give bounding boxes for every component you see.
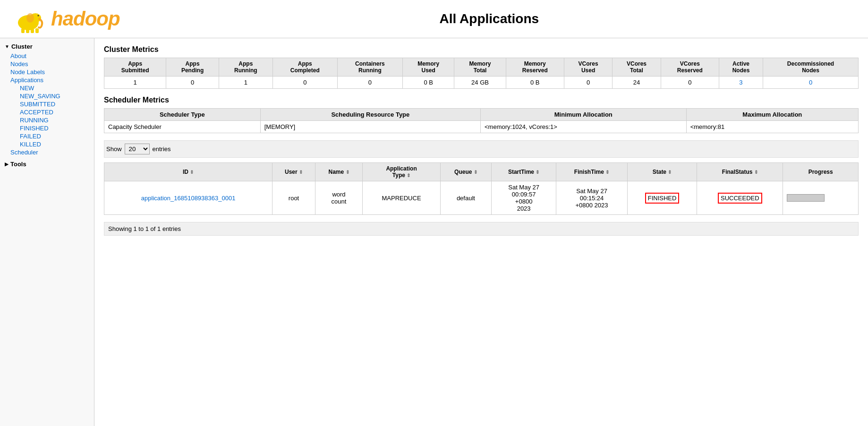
val-memory-reserved: 0 B [506,77,564,89]
finishtime-sort-icon: ⇕ [605,170,609,175]
col-progress: Progress [783,163,859,181]
col-decommissioned-nodes: DecommissionedNodes [763,58,859,77]
sidebar-item-failed[interactable]: FAILED [20,133,89,140]
sidebar-item-killed[interactable]: KILLED [20,141,89,148]
queue-sort-icon: ⇕ [474,170,477,175]
sidebar-item-accepted[interactable]: ACCEPTED [20,109,89,116]
col-apps-pending: AppsPending [166,58,219,77]
svg-point-4 [26,13,34,23]
name-sort-icon: ⇕ [346,170,349,175]
val-apps-pending: 0 [166,77,219,89]
app-start-time: Sat May 2700:09:57+08002023 [491,181,556,215]
col-final-status[interactable]: FinalStatus ⇕ [697,163,783,181]
col-memory-used: MemoryUsed [403,58,454,77]
cluster-metrics-row: 1 0 1 0 0 0 B 24 GB 0 B 0 24 0 3 0 [104,77,859,89]
app-id: application_1685108938363_0001 [104,181,272,215]
col-start-time[interactable]: StartTime ⇕ [491,163,556,181]
col-active-nodes: ActiveNodes [719,58,763,77]
val-memory-used: 0 B [403,77,454,89]
app-finish-time: Sat May 2700:15:24+0800 2023 [556,181,628,215]
sidebar-item-submitted[interactable]: SUBMITTED [20,101,89,108]
finalstatus-sort-icon: ⇕ [754,170,758,175]
logo-area: hadoop [9,5,120,33]
app-name: wordcount [315,181,362,215]
cluster-metrics-table: AppsSubmitted AppsPending AppsRunning Ap… [104,58,859,89]
val-decommissioned-nodes: 0 [763,77,859,89]
col-state[interactable]: State ⇕ [627,163,697,181]
id-sort-icon: ⇕ [190,170,194,175]
val-apps-running: 1 [219,77,272,89]
col-memory-total: MemoryTotal [454,58,506,77]
col-minimum-allocation: Minimum Allocation [480,109,686,121]
sidebar-item-scheduler[interactable]: Scheduler [10,149,89,156]
val-maximum-allocation: <memory:81 [686,121,858,133]
col-name[interactable]: Name ⇕ [315,163,362,181]
col-id[interactable]: ID ⇕ [104,163,272,181]
col-vcores-used: VCoresUsed [564,58,612,77]
application-row: application_1685108938363_0001 root word… [104,181,859,215]
cluster-label: Cluster [11,43,33,50]
cluster-metrics-title: Cluster Metrics [104,45,859,54]
svg-rect-8 [35,28,39,33]
col-memory-reserved: MemoryReserved [506,58,564,77]
val-vcores-used: 0 [564,77,612,89]
page-title: All Applications [120,11,859,26]
applications-table: ID ⇕ User ⇕ Name ⇕ ApplicationType ⇕ Que… [104,162,859,215]
col-finish-time[interactable]: FinishTime ⇕ [556,163,628,181]
show-label: Show [106,145,122,153]
app-progress [783,181,859,215]
col-apps-submitted: AppsSubmitted [104,58,166,77]
main-content: Cluster Metrics AppsSubmitted AppsPendin… [94,38,868,426]
entries-select[interactable]: 10 20 50 100 [125,144,150,154]
sidebar: Cluster About Nodes Node Labels Applicat… [0,38,94,426]
col-containers-running: ContainersRunning [337,58,402,77]
scheduler-metrics-table: Scheduler Type Scheduling Resource Type … [104,108,859,133]
state-badge: FINISHED [645,193,680,204]
sidebar-item-node-labels[interactable]: Node Labels [10,68,89,76]
col-apps-completed: AppsCompleted [272,58,337,77]
sidebar-item-running[interactable]: RUNNING [20,117,89,124]
val-apps-completed: 0 [272,77,337,89]
starttime-sort-icon: ⇕ [536,170,539,175]
val-containers-running: 0 [337,77,402,89]
app-final-status: SUCCEEDED [697,181,783,215]
tools-label: Tools [10,161,26,168]
val-scheduling-resource-type: [MEMORY] [260,121,480,133]
decommissioned-nodes-link[interactable]: 0 [809,79,812,86]
sidebar-item-nodes[interactable]: Nodes [10,60,89,68]
col-apps-running: AppsRunning [219,58,272,77]
col-maximum-allocation: Maximum Allocation [686,109,858,121]
sidebar-item-finished[interactable]: FINISHED [20,125,89,132]
svg-point-3 [38,15,39,17]
col-scheduling-resource-type: Scheduling Resource Type [260,109,480,121]
user-sort-icon: ⇕ [299,170,303,175]
col-user[interactable]: User ⇕ [272,163,315,181]
progress-bar [787,194,825,202]
hadoop-elephant-logo [9,5,47,33]
sidebar-item-about[interactable]: About [10,52,89,60]
svg-rect-7 [31,29,34,33]
application-state-links: NEW NEW_SAVING SUBMITTED ACCEPTED RUNNIN… [10,85,89,148]
app-user: root [272,181,315,215]
val-memory-total: 24 GB [454,77,506,89]
col-vcores-reserved: VCoresReserved [661,58,719,77]
active-nodes-link[interactable]: 3 [739,79,742,86]
showing-entries-footer: Showing 1 to 1 of 1 entries [104,222,859,236]
svg-rect-6 [26,29,29,33]
col-scheduler-type: Scheduler Type [104,109,261,121]
tools-section-header[interactable]: Tools [5,161,89,168]
col-vcores-total: VCoresTotal [613,58,661,77]
col-queue[interactable]: Queue ⇕ [440,163,491,181]
sidebar-item-new[interactable]: NEW [20,85,89,92]
sidebar-item-applications[interactable]: Applications [10,77,89,84]
app-type: MAPREDUCE [363,181,441,215]
app-id-link[interactable]: application_1685108938363_0001 [141,195,236,202]
sidebar-item-new-saving[interactable]: NEW_SAVING [20,93,89,100]
scheduler-metrics-title: Scheduler Metrics [104,96,859,104]
col-application-type[interactable]: ApplicationType ⇕ [363,163,441,181]
val-active-nodes: 3 [719,77,763,89]
app-state: FINISHED [627,181,697,215]
hadoop-logo-text: hadoop [51,8,120,30]
val-minimum-allocation: <memory:1024, vCores:1> [480,121,686,133]
cluster-section-header[interactable]: Cluster [5,43,89,50]
